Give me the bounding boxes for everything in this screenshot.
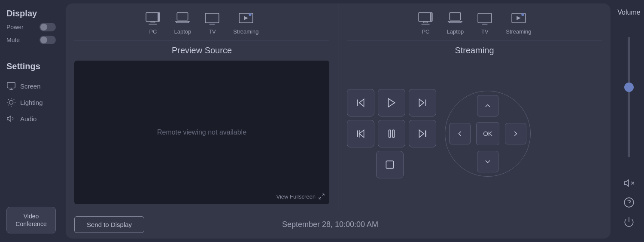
dpad-up-button[interactable] [477, 95, 498, 116]
settings-item-lighting[interactable]: Lighting [6, 94, 56, 110]
audio-label: Audio [20, 115, 36, 123]
svg-rect-14 [151, 21, 155, 23]
volume-panel: Volume [614, 0, 644, 242]
power-toggle-row: Power [6, 23, 56, 31]
volume-slider[interactable] [623, 21, 635, 173]
svg-marker-38 [419, 99, 424, 106]
svg-rect-26 [424, 21, 428, 23]
svg-rect-43 [389, 130, 391, 137]
svg-rect-30 [478, 13, 492, 23]
svg-rect-28 [431, 12, 432, 21]
volume-fill [628, 85, 630, 157]
right-tab-streaming-label: Streaming [506, 28, 531, 35]
view-fullscreen-button[interactable]: View Fullscreen [276, 193, 325, 200]
left-panel: PC Laptop TV [66, 3, 338, 211]
svg-line-11 [14, 99, 14, 100]
lighting-label: Lighting [20, 99, 43, 106]
fast-forward-button[interactable] [409, 89, 436, 116]
svg-rect-16 [158, 12, 159, 21]
svg-marker-12 [7, 116, 11, 122]
mute-label: Mute [6, 37, 20, 43]
dpad-left-button[interactable] [449, 123, 471, 144]
sidebar: Display Power Mute Settings Screen [0, 0, 62, 242]
svg-marker-22 [244, 16, 248, 20]
pause-button[interactable] [378, 120, 405, 147]
screen-label: Screen [20, 83, 41, 90]
right-tab-pc[interactable]: PC [417, 10, 434, 35]
chevron-up-icon [483, 101, 492, 110]
fullscreen-icon [318, 193, 325, 200]
pause-icon [386, 128, 397, 139]
power-button[interactable] [623, 216, 635, 229]
skip-forward-button[interactable] [409, 120, 436, 147]
svg-marker-40 [359, 130, 364, 137]
lighting-icon [6, 98, 16, 107]
datetime-display: September 28, 10:00:00 AM [144, 220, 516, 229]
display-title: Display [6, 9, 56, 18]
svg-line-23 [322, 194, 324, 196]
help-icon [623, 197, 635, 208]
svg-point-3 [9, 100, 13, 104]
svg-rect-44 [392, 130, 394, 137]
dpad-right-button[interactable] [505, 123, 526, 144]
left-tab-tv[interactable]: TV [204, 10, 220, 35]
dpad: OK [445, 91, 531, 177]
right-tab-tv-label: TV [481, 28, 489, 35]
streaming-title: Streaming [347, 46, 602, 55]
right-tab-laptop[interactable]: Laptop [447, 10, 464, 35]
media-row-3 [347, 151, 436, 178]
svg-point-33 [521, 13, 524, 16]
streaming-icon-left [238, 10, 254, 26]
rewind-button[interactable] [347, 89, 374, 116]
settings-item-audio[interactable]: Audio [6, 110, 56, 127]
left-tab-laptop[interactable]: Laptop [174, 10, 191, 35]
svg-point-51 [624, 198, 634, 207]
right-tab-tv[interactable]: TV [477, 10, 493, 35]
svg-rect-29 [450, 12, 461, 20]
settings-item-screen[interactable]: Screen [6, 78, 56, 94]
play-icon [386, 97, 397, 108]
main-content: PC Laptop TV [66, 3, 611, 239]
volume-mute-icon [623, 178, 635, 189]
bottom-bar: Send to Display September 28, 10:00:00 A… [66, 211, 611, 239]
preview-area: Remote viewing not available View Fullsc… [74, 61, 329, 204]
stop-button[interactable] [376, 151, 404, 178]
settings-title: Settings [6, 61, 56, 71]
chevron-down-icon [483, 157, 492, 166]
rewind-icon [355, 97, 366, 108]
right-tab-streaming[interactable]: Streaming [506, 10, 531, 35]
laptop-icon-right [447, 10, 463, 26]
skip-back-icon [355, 128, 366, 139]
left-tab-pc-label: PC [149, 28, 157, 35]
svg-line-10 [8, 105, 9, 105]
svg-marker-34 [516, 16, 521, 20]
volume-thumb[interactable] [624, 83, 634, 92]
stop-icon [384, 159, 395, 170]
power-toggle[interactable] [39, 23, 56, 31]
svg-line-24 [319, 197, 321, 199]
pc-icon-right [417, 10, 434, 26]
left-tab-pc[interactable]: PC [145, 10, 161, 35]
chevron-left-icon [456, 129, 464, 138]
settings-section: Settings Screen [6, 61, 56, 127]
help-button[interactable] [623, 197, 635, 210]
laptop-icon-left [174, 10, 191, 26]
dpad-down-button[interactable] [477, 151, 498, 172]
dpad-ok-button[interactable]: OK [476, 122, 499, 145]
svg-marker-45 [419, 130, 424, 137]
send-to-display-button[interactable]: Send to Display [74, 216, 144, 233]
left-tab-streaming-label: Streaming [233, 28, 258, 35]
mute-toggle[interactable] [39, 36, 56, 44]
svg-rect-17 [177, 12, 188, 20]
view-fullscreen-label: View Fullscreen [276, 193, 316, 200]
skip-back-button[interactable] [347, 120, 374, 147]
video-conference-button[interactable]: Video Conference [6, 207, 56, 233]
preview-message: Remote viewing not available [157, 129, 246, 136]
play-button[interactable] [378, 89, 405, 116]
left-tab-streaming[interactable]: Streaming [233, 10, 258, 35]
svg-rect-47 [386, 161, 393, 168]
mute-volume-button[interactable] [623, 178, 635, 190]
preview-source-title: Preview Source [74, 46, 329, 55]
screen-icon [6, 81, 16, 91]
right-panel: PC Laptop TV [338, 3, 611, 211]
